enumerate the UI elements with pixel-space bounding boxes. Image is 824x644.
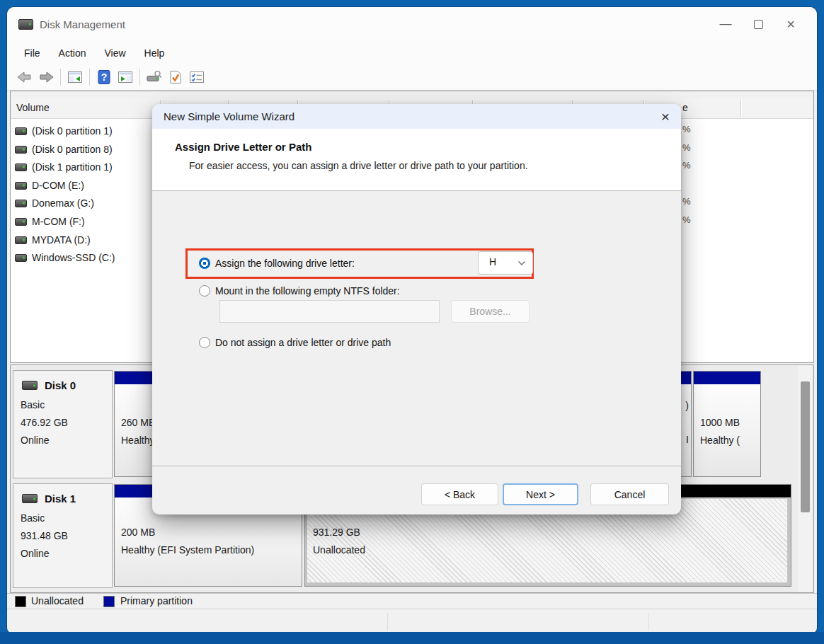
action-pane-icon [117,70,134,84]
radio-no-drive-letter[interactable] [199,337,210,348]
disk-name: Disk 0 [45,379,76,391]
toolbar-separator [139,69,140,86]
column-separator[interactable] [740,100,742,117]
title-bar[interactable]: Disk Management — × [7,7,817,41]
volume-row[interactable]: (Disk 1 partition 1) [15,159,113,176]
forward-button[interactable] [35,67,57,87]
list-chrome [11,91,813,98]
chevron-down-icon [517,260,526,266]
disk0-label-box[interactable]: Disk 0 Basic 476.92 GB Online [13,370,113,478]
volume-row[interactable]: Donemax (G:) [15,195,94,212]
toolbar: ? [7,64,817,91]
rescan-disk-icon [146,70,163,84]
partition-size: 200 MB [121,524,254,541]
primary-partition-bar [694,372,760,385]
menu-file[interactable]: File [15,47,50,59]
radio-mount-ntfs-folder[interactable] [199,285,210,297]
dialog-title: New Simple Volume Wizard [164,110,294,122]
volume-row[interactable]: M-COM (F:) [15,213,85,230]
footer-divider [152,466,681,466]
dialog-title-bar[interactable]: New Simple Volume Wizard × [152,104,681,129]
console-tree-icon [67,70,84,84]
window-title: Disk Management [40,18,125,30]
disk-icon [22,494,38,503]
dialog-heading: Assign Drive Letter or Path [175,141,311,153]
disk-name: Disk 1 [45,493,76,505]
status-bar [7,609,817,634]
scrollbar-thumb[interactable] [801,381,810,512]
volume-row[interactable]: Windows-SSD (C:) [15,249,115,266]
back-label: < Back [445,489,475,500]
partition-status: Unallocated [313,541,365,559]
next-wizard-button[interactable]: Next > [503,483,578,505]
volume-label: (Disk 1 partition 1) [32,161,113,173]
drive-letter-dropdown[interactable]: H [478,251,533,275]
minimize-button[interactable]: — [709,10,742,38]
volume-icon [15,218,27,226]
volume-label: MYDATA (D:) [32,234,91,246]
cell-sliver: % [682,160,692,177]
close-icon: × [786,16,795,33]
back-button[interactable] [14,67,35,87]
checklist-icon [188,70,205,84]
radio-mount-label[interactable]: Mount in the following empty NTFS folder… [215,285,400,297]
desktop: Disk Management — × File Action View Hel… [0,0,824,644]
volume-label: M-COM (F:) [32,216,85,227]
radio-none-label[interactable]: Do not assign a drive letter or drive pa… [215,337,391,348]
volume-icon [15,163,27,171]
volume-icon [15,182,27,190]
ntfs-folder-input[interactable] [219,300,440,323]
volume-label: Windows-SSD (C:) [32,252,115,263]
cancel-label: Cancel [614,489,646,500]
menu-view[interactable]: View [95,47,135,59]
cell-sliver: % [682,142,692,159]
maximize-button[interactable] [742,10,774,38]
status-separator [648,613,649,631]
volume-icon [15,200,27,207]
toolbar-separator [60,69,61,86]
radio-assign-label[interactable]: Assign the following drive letter: [215,258,355,269]
browse-button[interactable]: Browse... [451,300,530,323]
dialog-header: Assign Drive Letter or Path For easier a… [152,129,681,191]
dialog-close-button[interactable]: × [661,104,670,129]
partition-size: 1000 MB [700,414,759,432]
volume-row[interactable]: (Disk 0 partition 8) [15,141,113,158]
disk-size: 931.48 GB [21,530,68,541]
disk-type: Basic [21,399,45,410]
status-separator [387,613,388,631]
cell-sliver: % [682,196,692,213]
volume-row[interactable]: D-COM (E:) [15,177,84,194]
close-button[interactable]: × [774,10,807,38]
back-wizard-button[interactable]: < Back [421,483,498,505]
dialog-description: For easier access, you can assign a driv… [189,160,528,171]
volume-row[interactable]: (Disk 0 partition 1) [15,122,113,139]
document-check-button[interactable] [165,67,186,87]
checklist-button[interactable] [186,67,207,87]
legend-label: Primary partition [120,595,193,606]
close-icon: × [661,108,670,125]
column-header-sliver[interactable]: e [682,102,688,113]
radio-assign-drive-letter[interactable] [199,258,210,269]
menu-action[interactable]: Action [50,47,96,59]
disk-icon [22,381,38,390]
partition-status: Healthy (EFI System Partition) [121,541,254,559]
partition-block[interactable]: 1000 MB Healthy ( [693,371,761,477]
partition-size: 931.29 GB [313,524,365,541]
volume-label: (Disk 0 partition 1) [32,125,113,137]
rescan-disk-button[interactable] [144,67,165,87]
menu-help[interactable]: Help [135,47,174,59]
disk1-label-box[interactable]: Disk 1 Basic 931.48 GB Online [13,483,113,588]
legend-bar: Unallocated Primary partition [7,593,817,609]
app-disk-icon [18,19,33,30]
help-icon: ? [96,70,113,84]
cancel-wizard-button[interactable]: Cancel [590,483,669,505]
toolbar-separator [89,69,90,86]
back-arrow-icon [16,70,33,84]
column-header-volume[interactable]: Volume [16,102,50,113]
volume-icon [15,146,27,154]
volume-row[interactable]: MYDATA (D:) [15,231,91,248]
help-button[interactable]: ? [93,67,115,87]
menu-bar: File Action View Help [7,41,817,64]
show-action-pane-button[interactable] [115,67,136,87]
show-console-tree-button[interactable] [64,67,86,87]
